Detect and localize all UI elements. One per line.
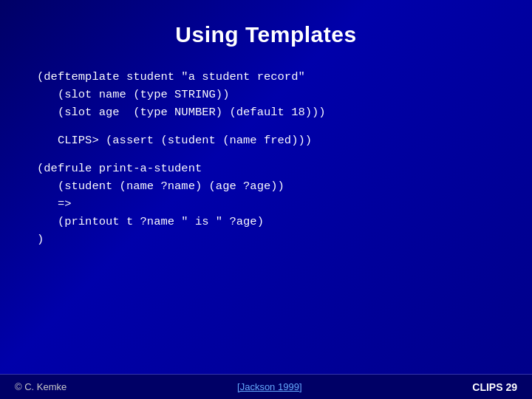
code-line-9: => (37, 195, 502, 213)
code-block: (deftemplate student "a student record" … (30, 68, 502, 384)
code-line-11: ) (37, 231, 502, 248)
code-line-8: (student (name ?name) (age ?age)) (37, 177, 502, 195)
code-line-3: (slot age (type NUMBER) (default 18))) (37, 103, 502, 121)
code-line-5: CLIPS> (assert (student (name fred))) (37, 132, 502, 149)
slide-title: Using Templates (30, 22, 502, 47)
code-line-7: (defrule print-a-student (37, 160, 502, 177)
footer-copyright: © C. Kemke (15, 381, 66, 392)
code-line-4 (37, 121, 502, 132)
code-line-1: (deftemplate student "a student record" (37, 68, 502, 86)
code-line-2: (slot name (type STRING)) (37, 86, 502, 103)
footer: © C. Kemke [Jackson 1999] CLIPS 29 (0, 374, 532, 399)
footer-link[interactable]: [Jackson 1999] (237, 381, 301, 392)
code-line-10: (printout t ?name " is " ?age) (37, 213, 502, 231)
code-line-6 (37, 149, 502, 160)
footer-slide-number: CLIPS 29 (472, 381, 517, 393)
slide: Using Templates (deftemplate student "a … (0, 0, 532, 399)
